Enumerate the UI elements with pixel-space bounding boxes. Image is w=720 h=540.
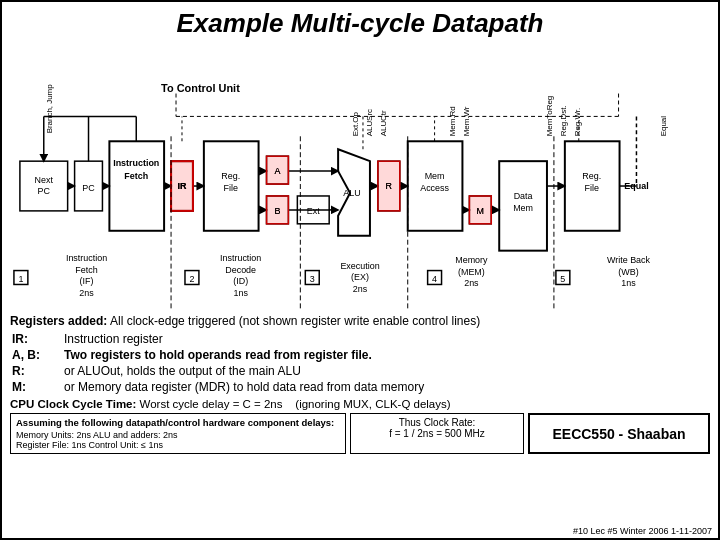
diagram-area: To Control Unit Branch, Jump Ext.Op ALUS… — [2, 41, 718, 341]
svg-text:(WB): (WB) — [618, 267, 638, 277]
svg-text:Ext: Ext — [307, 206, 320, 216]
svg-text:Mem: Mem — [425, 171, 445, 181]
svg-text:1: 1 — [18, 274, 23, 284]
svg-text:Fetch: Fetch — [75, 265, 97, 275]
svg-text:Reg.: Reg. — [221, 171, 240, 181]
svg-text:(IF): (IF) — [80, 276, 94, 286]
signal-extop: Ext.Op — [351, 111, 360, 136]
registers-added-line: Registers added: All clock-edge triggere… — [10, 314, 710, 328]
svg-text:ALU: ALU — [343, 188, 360, 198]
signal-regwr: Reg.Wr. — [573, 108, 582, 137]
signal-equal: Equal — [659, 116, 668, 137]
svg-text:File: File — [224, 183, 238, 193]
instruction-fetch-block — [109, 141, 164, 231]
svg-text:5: 5 — [560, 274, 565, 284]
svg-text:M: M — [477, 206, 484, 216]
svg-text:Data: Data — [514, 191, 533, 201]
signal-regdst: Reg.Dst. — [559, 105, 568, 136]
svg-text:2ns: 2ns — [79, 288, 94, 298]
svg-text:IR: IR — [178, 181, 187, 191]
ir-row: IR: Instruction register — [12, 332, 708, 346]
signal-memrd: Mem.Rd — [448, 106, 457, 136]
bottom-area: Registers added: All clock-edge triggere… — [2, 312, 718, 538]
svg-text:Write Back: Write Back — [607, 255, 651, 265]
svg-text:4: 4 — [432, 274, 437, 284]
svg-text:Reg.: Reg. — [582, 171, 601, 181]
svg-text:File: File — [585, 183, 599, 193]
footer-clock-rate: Thus Clock Rate: f = 1 / 2ns = 500 MHz — [350, 413, 524, 454]
svg-text:(ID): (ID) — [233, 276, 248, 286]
datapath-diagram: To Control Unit Branch, Jump Ext.Op ALUS… — [2, 41, 718, 341]
svg-text:PC: PC — [82, 183, 95, 193]
register-table: IR: Instruction register A, B: Two regis… — [10, 330, 710, 396]
svg-text:Instruction: Instruction — [220, 253, 261, 263]
ab-row: A, B: Two registers to hold operands rea… — [12, 348, 708, 362]
signal-alusrc: ALUSrc — [365, 109, 374, 136]
svg-text:(EX): (EX) — [351, 273, 369, 283]
r-row: R: or ALUOut, holds the output of the ma… — [12, 364, 708, 378]
page-number: #10 Lec #5 Winter 2006 1-11-2007 — [573, 526, 712, 536]
page-title: Example Multi-cycle Datapath — [2, 2, 718, 41]
svg-text:A: A — [274, 166, 280, 176]
control-unit-label: To Control Unit — [161, 82, 240, 94]
svg-text:Memory: Memory — [455, 255, 488, 265]
svg-text:2ns: 2ns — [353, 284, 368, 294]
svg-text:Mem: Mem — [513, 203, 533, 213]
signal-memwr: Mem.Wr — [462, 106, 471, 136]
cpu-line: CPU Clock Cycle Time: Worst cycle delay … — [10, 398, 710, 410]
m-row: M: or Memory data register (MDR) to hold… — [12, 380, 708, 394]
signal-memtoreg: MemToReg — [545, 96, 554, 137]
svg-text:PC: PC — [38, 186, 51, 196]
svg-text:(MEM): (MEM) — [458, 267, 485, 277]
svg-text:3: 3 — [310, 274, 315, 284]
svg-text:1ns: 1ns — [621, 278, 636, 288]
svg-text:Next: Next — [35, 175, 54, 185]
footer-area: Assuming the following datapath/control … — [10, 413, 710, 454]
svg-text:1ns: 1ns — [233, 288, 248, 298]
footer-assumptions: Assuming the following datapath/control … — [10, 413, 346, 454]
svg-text:Execution: Execution — [340, 261, 379, 271]
footer-course-info: EECC550 - Shaaban — [528, 413, 710, 454]
signal-aluctr: ALUCtr — [379, 110, 388, 136]
svg-text:Decode: Decode — [225, 265, 256, 275]
svg-text:R: R — [386, 181, 393, 191]
svg-text:Access: Access — [420, 183, 449, 193]
main-container: Example Multi-cycle Datapath To Control … — [0, 0, 720, 540]
svg-text:Fetch: Fetch — [124, 171, 148, 181]
svg-text:2: 2 — [189, 274, 194, 284]
signal-branch-jump: Branch, Jump — [45, 84, 54, 134]
svg-text:Instruction: Instruction — [66, 253, 107, 263]
svg-text:Instruction: Instruction — [113, 158, 159, 168]
svg-text:2ns: 2ns — [464, 278, 479, 288]
svg-text:B: B — [274, 206, 280, 216]
